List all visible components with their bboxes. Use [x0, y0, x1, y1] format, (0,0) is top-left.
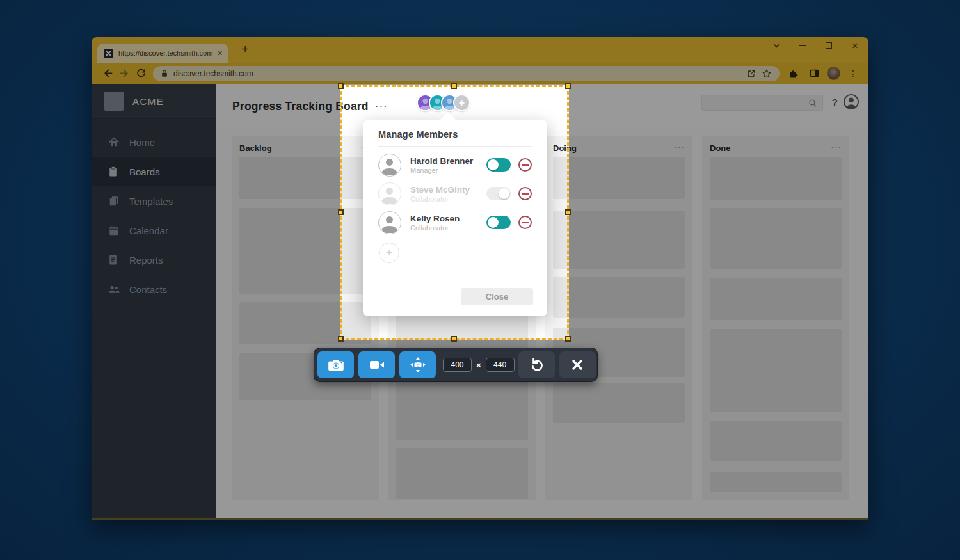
kanban-card[interactable] [710, 329, 842, 412]
user-profile-icon[interactable] [843, 93, 860, 110]
search-input[interactable] [702, 99, 808, 108]
sidebar-item-reports[interactable]: Reports [92, 245, 216, 275]
sidebar-item-label: Contacts [129, 284, 167, 295]
maximize-icon[interactable] [824, 41, 833, 50]
region-handle-w[interactable] [338, 209, 344, 215]
region-handle-se[interactable] [565, 336, 571, 342]
column-header: Done ··· [702, 136, 849, 156]
sidebar-item-templates[interactable]: Templates [92, 186, 216, 216]
toolbar-right-icons: ⋮ [786, 66, 861, 81]
side-panel-icon[interactable] [806, 66, 822, 81]
help-button[interactable]: ? [832, 97, 838, 108]
capture-dimensions: × [443, 358, 515, 372]
forward-icon[interactable] [116, 65, 132, 82]
kanban-card[interactable] [710, 472, 842, 492]
back-icon[interactable] [99, 65, 116, 82]
column-menu-button[interactable]: ··· [674, 140, 685, 152]
kanban-card[interactable] [396, 378, 528, 440]
share-icon[interactable] [744, 66, 759, 81]
browser-tab[interactable]: https://discover.techsmith.com ✕ [97, 44, 228, 63]
sidebar-item-calendar[interactable]: Calendar [92, 216, 216, 245]
lock-icon [161, 69, 168, 77]
column-menu-button[interactable]: ··· [831, 140, 842, 152]
capture-toolbar: × [314, 348, 598, 382]
capture-width-input[interactable] [443, 358, 472, 372]
move-region-crosshair-icon [410, 356, 426, 373]
tab-strip: https://discover.techsmith.com ✕ + ✕ [92, 37, 868, 63]
sidebar-item-label: Boards [129, 166, 160, 177]
acme-logo [104, 92, 124, 111]
browser-profile-avatar[interactable] [827, 67, 840, 80]
new-tab-button[interactable]: + [237, 42, 253, 58]
search-box [701, 95, 823, 111]
browser-menu-kebab-icon[interactable]: ⋮ [845, 66, 861, 81]
region-handle-sw[interactable] [338, 336, 344, 342]
image-capture-button[interactable] [317, 351, 354, 378]
extensions-puzzle-icon[interactable] [786, 66, 801, 81]
region-handle-ne[interactable] [565, 83, 571, 89]
kanban-card[interactable] [553, 383, 685, 423]
video-camera-icon [369, 358, 385, 371]
cancel-capture-button[interactable] [559, 351, 596, 378]
restart-capture-button[interactable] [518, 351, 555, 378]
url-text: discover.techsmith.com [173, 69, 744, 78]
kanban-card[interactable] [710, 157, 842, 200]
reload-icon[interactable] [132, 65, 149, 82]
boards-icon [108, 166, 120, 177]
sidebar-nav: Home Boards Templates Calendar Reports C… [92, 119, 216, 304]
kanban-card[interactable] [710, 278, 842, 320]
sidebar-item-label: Templates [129, 196, 173, 207]
kanban-card[interactable] [553, 157, 685, 199]
close-window-icon[interactable]: ✕ [851, 41, 860, 50]
calendar-icon [108, 225, 120, 236]
cancel-x-icon [571, 358, 584, 371]
brand: ACME [92, 84, 216, 119]
tab-title: https://discover.techsmith.com [118, 49, 213, 57]
region-select-button[interactable] [399, 351, 436, 378]
restart-icon [529, 357, 544, 372]
sidebar-item-home[interactable]: Home [92, 127, 216, 157]
kanban-card[interactable] [710, 421, 842, 461]
window-menu-icon[interactable] [772, 41, 781, 50]
capture-height-input[interactable] [486, 358, 515, 372]
contacts-icon [108, 284, 120, 295]
address-bar[interactable]: discover.techsmith.com [153, 66, 780, 81]
minimize-icon[interactable] [798, 41, 807, 50]
sidebar-item-label: Calendar [129, 225, 168, 236]
column-title: Done [710, 140, 831, 153]
board-column: Done ··· [702, 136, 849, 500]
app-sidebar: ACME Home Boards Templates Calendar Repo… [92, 84, 216, 518]
column-title: Doing [553, 140, 674, 153]
brand-name: ACME [132, 96, 164, 107]
region-handle-s[interactable] [451, 336, 457, 342]
bookmark-star-icon[interactable] [759, 66, 774, 81]
templates-icon [108, 195, 120, 207]
capture-region[interactable] [340, 85, 569, 340]
kanban-card[interactable] [553, 277, 685, 318]
reports-icon [108, 254, 120, 266]
tab-close-icon[interactable]: ✕ [217, 49, 223, 58]
kanban-card[interactable] [710, 208, 842, 269]
region-handle-e[interactable] [565, 209, 571, 215]
camera-icon [328, 358, 344, 372]
techsmith-favicon-icon [104, 49, 113, 58]
home-icon [108, 136, 120, 148]
sidebar-item-boards[interactable]: Boards [92, 157, 216, 186]
sidebar-item-contacts[interactable]: Contacts [92, 275, 216, 304]
dimension-separator: × [476, 360, 481, 370]
window-controls: ✕ [772, 41, 860, 50]
video-capture-button[interactable] [358, 351, 395, 378]
sidebar-item-label: Home [129, 137, 155, 148]
region-handle-nw[interactable] [338, 83, 344, 89]
sidebar-item-label: Reports [129, 255, 163, 266]
browser-toolbar: discover.techsmith.com ⋮ [92, 63, 868, 84]
kanban-card[interactable] [396, 448, 528, 499]
kanban-card[interactable] [553, 211, 685, 269]
region-handle-n[interactable] [451, 83, 457, 89]
search-icon [808, 99, 822, 108]
